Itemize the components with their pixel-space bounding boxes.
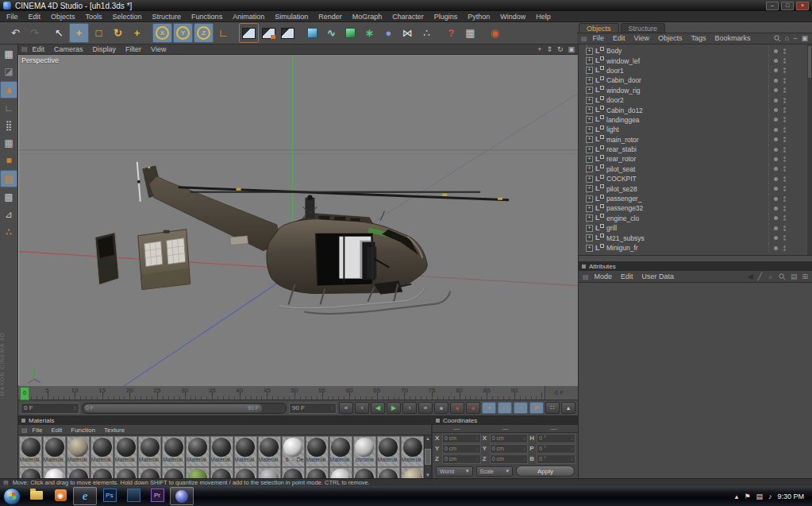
expand-icon[interactable]: + xyxy=(586,97,593,104)
zoom-view-icon[interactable]: ⇕ xyxy=(546,45,552,53)
object-row-rear_stabi[interactable]: +Lrear_stabi xyxy=(579,145,812,154)
object-row-main_rotor[interactable]: +Lmain_rotor xyxy=(579,135,812,145)
material-tile[interactable] xyxy=(186,467,209,478)
visibility-toggles[interactable] xyxy=(768,56,806,65)
material-tile[interactable]: _6_-_De xyxy=(282,436,305,467)
material-tile[interactable]: Material_ xyxy=(306,436,329,467)
visibility-dots-icon[interactable] xyxy=(783,206,786,211)
coordinate-field[interactable]: 0 cm↕ xyxy=(490,454,529,464)
layer-dot-icon[interactable] xyxy=(774,79,778,83)
keyframe-selection-button[interactable]: ● xyxy=(466,402,480,414)
object-row-window_rig[interactable]: +Lwindow_rig xyxy=(579,86,812,95)
expand-icon[interactable]: + xyxy=(586,245,593,252)
expand-icon[interactable]: + xyxy=(586,67,593,74)
add-environment-button[interactable]: ● xyxy=(379,24,398,42)
model-tool-button[interactable]: ▲ xyxy=(0,81,17,98)
visibility-toggles[interactable] xyxy=(768,164,806,174)
material-tile[interactable]: Material_ xyxy=(234,436,257,467)
coordinate-field[interactable]: 0 °↕ xyxy=(537,434,575,443)
menu-python[interactable]: Python xyxy=(468,13,490,21)
visibility-toggles[interactable] xyxy=(768,105,806,114)
stepper-icon[interactable]: ↕ xyxy=(571,436,573,441)
move-tool[interactable]: + xyxy=(69,23,89,43)
material-tile[interactable]: Material_ xyxy=(19,436,42,467)
stepper-icon[interactable]: ↕ xyxy=(523,446,525,451)
coordinate-field[interactable]: 0 cm↕ xyxy=(442,444,481,454)
object-row-rear_rotor[interactable]: +Lrear_rotor xyxy=(579,154,812,164)
visibility-dots-icon[interactable] xyxy=(783,215,786,221)
layer-dot-icon[interactable] xyxy=(774,197,778,201)
layer-dot-icon[interactable] xyxy=(774,216,778,220)
materials-scrollbar[interactable]: ▲ ▼ xyxy=(424,435,431,478)
object-row-m21_subsys[interactable]: +LM21_subsys xyxy=(579,233,812,242)
viewport-3d[interactable]: Perspective xyxy=(18,55,578,386)
history-back-icon[interactable]: ◀ xyxy=(748,272,753,280)
visibility-toggles[interactable] xyxy=(768,115,806,125)
start-button[interactable] xyxy=(3,488,21,505)
materials-menu-edit[interactable]: Edit xyxy=(51,427,62,434)
visibility-toggles[interactable] xyxy=(768,183,806,193)
visibility-toggles[interactable] xyxy=(768,125,806,134)
rotate-view-icon[interactable]: ↻ xyxy=(557,45,564,53)
visibility-toggles[interactable] xyxy=(768,95,806,105)
add-deformer-button[interactable]: ⋈ xyxy=(398,24,417,42)
expand-icon[interactable]: + xyxy=(586,116,593,123)
add-subdivision-surface-button[interactable] xyxy=(341,24,360,42)
viewport-menu-view[interactable]: View xyxy=(151,45,166,53)
pan-view-icon[interactable]: + xyxy=(537,45,541,53)
layer-dot-icon[interactable] xyxy=(774,128,778,132)
expand-icon[interactable]: + xyxy=(586,156,593,163)
object-row-landinggea[interactable]: +Llandinggea xyxy=(579,115,812,125)
expand-icon[interactable]: + xyxy=(586,57,593,64)
object-row-cabin_door[interactable]: +LCabin_door xyxy=(579,75,812,85)
material-tile[interactable]: Material_ xyxy=(186,436,209,467)
render-view-button[interactable] xyxy=(239,23,259,43)
visibility-dots-icon[interactable] xyxy=(783,235,786,241)
menu-objects[interactable]: Objects xyxy=(51,13,75,21)
object-menu-file[interactable]: File xyxy=(593,34,605,42)
object-row-cabin_do12[interactable]: +LCabin_do12 xyxy=(579,105,812,114)
menu-file[interactable]: File xyxy=(6,13,18,21)
toggle-view-icon[interactable]: ▣ xyxy=(568,45,575,53)
history-up-icon[interactable]: ▲ xyxy=(767,272,774,280)
object-row-pilot_se28[interactable]: +Lpilot_se28 xyxy=(579,183,812,193)
expand-icon[interactable]: + xyxy=(586,77,593,84)
stepper-icon[interactable]: ↕ xyxy=(571,457,573,462)
visibility-toggles[interactable] xyxy=(768,75,806,85)
material-tile[interactable]: Material_ xyxy=(258,436,281,467)
object-row-passenger_[interactable]: +Lpassenger_ xyxy=(579,194,812,203)
expand-icon[interactable]: + xyxy=(586,126,593,133)
timeline-ruler[interactable]: 0 51015202530354045505560657075808590 0 … xyxy=(18,386,578,401)
frame-icon[interactable]: ▣ xyxy=(801,34,808,42)
coordinate-field[interactable]: 0 cm↕ xyxy=(442,434,481,443)
object-row-light[interactable]: +Llight xyxy=(579,125,812,134)
visibility-dots-icon[interactable] xyxy=(783,87,786,93)
expand-icon[interactable]: ⊞ xyxy=(802,272,808,280)
viewport-menu-display[interactable]: Display xyxy=(93,45,117,53)
layer-dot-icon[interactable] xyxy=(774,148,778,152)
expand-icon[interactable]: + xyxy=(586,146,593,153)
expand-icon[interactable]: + xyxy=(586,205,593,212)
layer-dot-icon[interactable] xyxy=(774,68,778,72)
material-tile[interactable]: Material_ xyxy=(377,436,400,467)
visibility-dots-icon[interactable] xyxy=(783,127,786,133)
object-row-grill[interactable]: +Lgrill xyxy=(579,223,812,233)
key-parameter-toggle[interactable]: P xyxy=(529,402,544,414)
visibility-dots-icon[interactable] xyxy=(783,186,786,191)
object-row-body[interactable]: +LBody xyxy=(579,46,812,56)
add-spline-button[interactable]: ∿ xyxy=(322,24,341,42)
expand-icon[interactable]: + xyxy=(586,225,593,232)
material-tile[interactable] xyxy=(162,467,185,478)
key-rotation-toggle[interactable]: ○ xyxy=(514,402,528,414)
object-menu-bookmarks[interactable]: Bookmarks xyxy=(714,34,750,42)
add-generator-button[interactable]: ∗ xyxy=(360,24,379,42)
panel-splitter[interactable] xyxy=(579,255,812,262)
apply-button[interactable]: Apply xyxy=(516,465,575,477)
object-row-passenge32[interactable]: +Lpassenge32 xyxy=(579,203,812,213)
goto-end-button[interactable]: » xyxy=(418,402,433,414)
taskbar-dark-app-button[interactable] xyxy=(122,487,144,504)
viewport-menu-edit[interactable]: Edit xyxy=(33,45,45,53)
lock-z-axis-toggle[interactable]: Z xyxy=(194,23,214,43)
tab-structure[interactable]: Structure xyxy=(621,23,666,33)
visibility-toggles[interactable] xyxy=(768,66,806,75)
